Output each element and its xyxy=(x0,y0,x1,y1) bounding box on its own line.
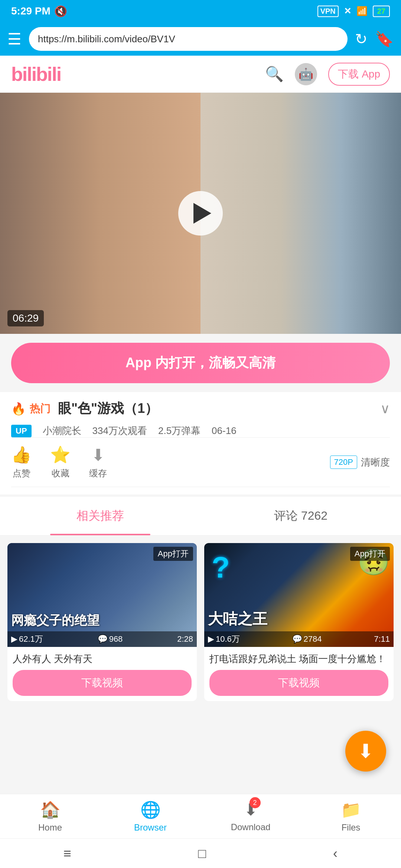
bilibili-header: bilibili 🔍 🤖 下载 App xyxy=(0,56,401,93)
header-right-area: 🔍 🤖 下载 App xyxy=(265,63,390,86)
browser-bar: ☰ https://m.bilibili.com/video/BV1V ↻ 🔖 xyxy=(0,22,401,56)
play-button[interactable] xyxy=(178,191,223,236)
video-player[interactable]: 06:29 xyxy=(0,93,401,334)
card-body-2: 打电话跟好兄弟说土 场面一度十分尴尬！ 下载视频 xyxy=(204,647,394,701)
nav-home[interactable]: 🏠 Home xyxy=(0,794,100,838)
card-views-1: ▶ 62.1万 xyxy=(11,634,43,645)
cache-label: 缓存 xyxy=(89,467,107,479)
card-stats-2: ▶ 10.6万 💬 2784 7:11 xyxy=(204,631,394,647)
chevron-down-icon[interactable]: ∨ xyxy=(380,401,390,417)
danmaku-count: 2.5万弹幕 xyxy=(158,424,200,437)
time-display: 5:29 PM xyxy=(11,5,50,17)
files-label: Files xyxy=(342,822,361,833)
x-icon: ✕ xyxy=(344,6,351,16)
card-stats-1: ▶ 62.1万 💬 968 2:28 xyxy=(7,631,197,647)
card-app-badge-1: App打开 xyxy=(153,547,193,561)
system-back-button[interactable]: ‹ xyxy=(333,846,338,861)
collect-action[interactable]: ⭐ 收藏 xyxy=(50,445,71,479)
system-menu-button[interactable]: ≡ xyxy=(63,846,71,861)
quality-label: 清晰度 xyxy=(361,456,390,469)
nav-browser[interactable]: 🌐 Browser xyxy=(100,794,200,838)
home-label: Home xyxy=(38,822,62,833)
card-download-btn-1[interactable]: 下载视频 xyxy=(13,670,192,696)
download-icon: ⬇ xyxy=(91,445,105,464)
browser-label: Browser xyxy=(134,822,167,833)
system-navigation-bar: ≡ □ ‹ xyxy=(0,838,401,868)
mute-icon: 🔇 xyxy=(54,5,67,17)
like-icon: 👍 xyxy=(11,445,32,464)
card-views-2: ▶ 10.6万 xyxy=(208,634,240,645)
face-right xyxy=(200,93,401,334)
card-title-2: 打电话跟好兄弟说土 场面一度十分尴尬！ xyxy=(209,652,388,665)
card-body-1: 人外有人 天外有天 下载视频 xyxy=(7,647,197,701)
recommended-grid: 网瘾父子的绝望 App打开 ▶ 62.1万 💬 968 2:28 人外有人 天外… xyxy=(0,536,401,708)
quality-area[interactable]: 720P 清晰度 xyxy=(330,456,390,469)
card-download-btn-2[interactable]: 下载视频 xyxy=(209,670,388,696)
download-badge: 2 xyxy=(250,797,261,808)
star-icon: ⭐ xyxy=(50,445,71,464)
status-bar: 5:29 PM 🔇 VPN ✕ 📶 27 xyxy=(0,0,401,22)
card-overlay-text-1: 网瘾父子的绝望 xyxy=(11,612,193,628)
hamburger-menu[interactable]: ☰ xyxy=(7,30,22,48)
video-title-row: 🔥 热门 眼"色"游戏（1） ∨ xyxy=(11,400,390,418)
video-meta-row: UP 小潮院长 334万次观看 2.5万弹幕 06-16 xyxy=(11,424,390,437)
quality-badge: 720P xyxy=(330,456,357,469)
card-comments-1: 💬 968 xyxy=(98,634,123,644)
video-actions-row: 👍 点赞 ⭐ 收藏 ⬇ 缓存 720P 清晰度 xyxy=(11,438,390,487)
like-action[interactable]: 👍 点赞 xyxy=(11,445,32,479)
url-input[interactable]: https://m.bilibili.com/video/BV1V xyxy=(29,27,348,51)
card-duration-1: 2:28 xyxy=(177,634,193,644)
fab-download-icon: ⬇ xyxy=(358,740,374,762)
fab-download-button[interactable]: ⬇ xyxy=(345,731,386,772)
browser-action-buttons: ↻ 🔖 xyxy=(355,30,394,48)
download-badge-container: ⬇ 2 xyxy=(244,800,258,819)
up-badge: UP xyxy=(11,425,32,437)
open-in-app-button[interactable]: App 内打开，流畅又高清 xyxy=(11,343,390,383)
upload-date: 06-16 xyxy=(212,425,237,437)
divider-2 xyxy=(11,487,390,487)
download-app-button[interactable]: 下载 App xyxy=(328,63,390,86)
card-thumb-2: ? 🤢 大咭之王 App打开 ▶ 10.6万 💬 2784 7:11 xyxy=(204,543,394,647)
browser-globe-icon: 🌐 xyxy=(140,800,161,819)
card-thumb-1: 网瘾父子的绝望 App打开 ▶ 62.1万 💬 968 2:28 xyxy=(7,543,197,647)
uploader-name[interactable]: 小潮院长 xyxy=(43,424,81,437)
video-info-section: 🔥 热门 眼"色"游戏（1） ∨ UP 小潮院长 334万次观看 2.5万弹幕 … xyxy=(0,392,401,494)
like-label: 点赞 xyxy=(13,467,30,479)
bilibili-logo[interactable]: bilibili xyxy=(11,63,61,85)
card-overlay-text-2: 大咭之王 xyxy=(208,609,390,628)
card-comments-2: 💬 2784 xyxy=(292,634,322,644)
fire-icon: 🔥 xyxy=(11,402,26,416)
cache-action[interactable]: ⬇ 缓存 xyxy=(89,445,107,479)
search-icon[interactable]: 🔍 xyxy=(265,65,284,83)
card-app-badge-2: App打开 xyxy=(350,547,390,561)
download-label: Download xyxy=(231,822,271,832)
nav-download[interactable]: ⬇ 2 Download xyxy=(200,794,301,838)
view-count: 334万次观看 xyxy=(92,424,147,437)
video-card-2[interactable]: ? 🤢 大咭之王 App打开 ▶ 10.6万 💬 2784 7:11 打电话跟好… xyxy=(204,543,394,701)
wifi-icon: 📶 xyxy=(356,6,368,16)
files-icon: 📁 xyxy=(341,800,361,819)
bottom-navigation: 🏠 Home 🌐 Browser ⬇ 2 Download 📁 Files xyxy=(0,794,401,838)
hot-label: 热门 xyxy=(30,402,50,416)
video-duration: 06:29 xyxy=(7,310,44,326)
video-title: 眼"色"游戏（1） xyxy=(58,400,158,418)
robot-avatar[interactable]: 🤖 xyxy=(295,63,317,85)
refresh-button[interactable]: ↻ xyxy=(355,30,368,47)
face-left xyxy=(0,93,200,334)
battery-indicator: 27 xyxy=(373,6,390,17)
nav-files[interactable]: 📁 Files xyxy=(301,794,401,838)
video-card-1[interactable]: 网瘾父子的绝望 App打开 ▶ 62.1万 💬 968 2:28 人外有人 天外… xyxy=(7,543,197,701)
content-tabs: 相关推荐 评论 7262 xyxy=(0,497,401,536)
system-home-button[interactable]: □ xyxy=(198,846,206,861)
vpn-badge: VPN xyxy=(317,6,339,17)
status-icons-area: VPN ✕ 📶 27 xyxy=(317,6,390,17)
question-mark-icon: ? xyxy=(212,550,230,585)
home-icon: 🏠 xyxy=(40,800,61,819)
hot-tag-area: 🔥 热门 眼"色"游戏（1） xyxy=(11,400,158,418)
tab-comments[interactable]: 评论 7262 xyxy=(200,497,401,535)
card-title-1: 人外有人 天外有天 xyxy=(13,652,192,665)
tab-recommended[interactable]: 相关推荐 xyxy=(0,497,200,535)
bookmark-button[interactable]: 🔖 xyxy=(375,30,394,48)
collect-label: 收藏 xyxy=(52,467,69,479)
status-time-area: 5:29 PM 🔇 xyxy=(11,5,67,17)
